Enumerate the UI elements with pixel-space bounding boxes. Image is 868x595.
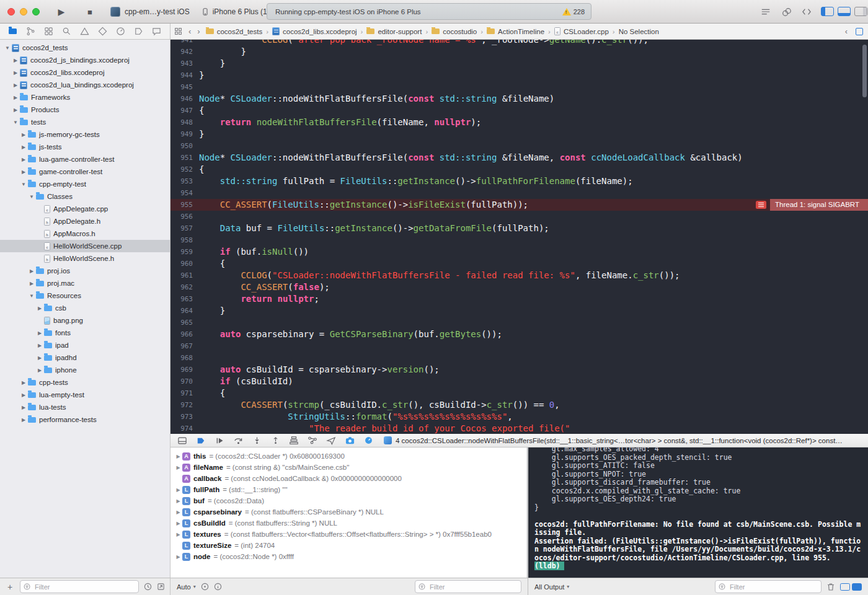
- disclosure-icon[interactable]: ▶: [12, 107, 19, 113]
- code-line[interactable]: 949}: [170, 128, 868, 140]
- disclosure-icon[interactable]: ▶: [12, 58, 19, 63]
- nav-item[interactable]: ▶lua-tests: [0, 401, 170, 413]
- editor-assistant-button[interactable]: [778, 6, 794, 18]
- console-filter-input[interactable]: [728, 583, 818, 591]
- code-line[interactable]: 968: [170, 352, 868, 364]
- nav-item[interactable]: ▶proj.mac: [0, 277, 170, 289]
- line-number[interactable]: 972: [170, 399, 199, 411]
- code-line[interactable]: 955 CC_ASSERT(FileUtils::getInstance()->…: [170, 199, 868, 211]
- variable-row[interactable]: ▶Lbuf= (cocos2d::Data): [170, 495, 527, 506]
- code-line[interactable]: 953 std::string fullPath = FileUtils::ge…: [170, 175, 868, 187]
- stack-frame-selector[interactable]: 4 cocos2d::CSLoader::nodeWithFlatBuffers…: [384, 436, 868, 444]
- code-line[interactable]: 972 CCASSERT(strcmp(_csBuildID.c_str(), …: [170, 399, 868, 411]
- code-line[interactable]: 946Node* CSLoader::nodeWithFlatBuffersFi…: [170, 93, 868, 105]
- scheme-selector[interactable]: cpp-em…y-test iOS iPhone 6 Plus (10.3.1): [110, 0, 286, 24]
- variables-filter-field[interactable]: [415, 580, 521, 593]
- line-number[interactable]: 950: [170, 140, 199, 152]
- gpu-frame-capture-button[interactable]: [344, 436, 355, 446]
- line-number[interactable]: 968: [170, 352, 199, 364]
- window-close-button[interactable]: [7, 8, 15, 15]
- simulate-location-button[interactable]: [326, 436, 337, 446]
- toggle-navigator-button[interactable]: [821, 7, 834, 16]
- disclosure-icon[interactable]: ▶: [20, 392, 27, 398]
- variable-row[interactable]: ▶Lnode= (cocos2d::Node *) 0xffff: [170, 551, 527, 562]
- nav-item[interactable]: ▼cpp-empty-test: [0, 178, 170, 190]
- variable-row[interactable]: ▶LcsBuildId= (const flatbuffers::String …: [170, 518, 527, 529]
- line-number[interactable]: 965: [170, 317, 199, 328]
- nav-item[interactable]: ▶Frameworks: [0, 91, 170, 104]
- nav-item[interactable]: ▼cocos2d_tests: [0, 42, 170, 54]
- disclosure-icon[interactable]: ▼: [12, 120, 19, 125]
- line-number[interactable]: 959: [170, 246, 199, 258]
- editor-version-button[interactable]: [799, 6, 815, 18]
- variable-row[interactable]: ▶LfullPath= (std::__1::string) "": [170, 484, 527, 495]
- code-line[interactable]: 958: [170, 234, 868, 246]
- error-annotation[interactable]: Thread 1: signal SIGABRT: [756, 199, 868, 211]
- line-number[interactable]: 961: [170, 270, 199, 281]
- nav-item[interactable]: ▶fonts: [0, 327, 170, 339]
- nav-item[interactable]: ▶Products: [0, 104, 170, 116]
- source-editor[interactable]: 941 CCLOG("after pop back _rootNode name…: [170, 40, 868, 434]
- nav-item[interactable]: cAppDelegate.cpp: [0, 203, 170, 215]
- line-number[interactable]: 946: [170, 93, 199, 105]
- line-number[interactable]: 964: [170, 305, 199, 317]
- related-items-button[interactable]: [174, 27, 182, 35]
- navigator-filter-input[interactable]: [33, 583, 135, 591]
- nav-item[interactable]: ▶cocos2d_lua_bindings.xcodeproj: [0, 79, 170, 91]
- disclosure-icon[interactable]: ▼: [28, 194, 35, 200]
- variables-filter-input[interactable]: [428, 583, 518, 591]
- code-line[interactable]: 973 StringUtils::format("%s%s%s%s%s%s%s%…: [170, 411, 868, 423]
- disclosure-icon[interactable]: ▼: [28, 293, 35, 299]
- line-number[interactable]: 953: [170, 175, 199, 187]
- code-line[interactable]: 943 }: [170, 58, 868, 69]
- disclosure-icon[interactable]: ▶: [12, 82, 19, 88]
- line-number[interactable]: 949: [170, 128, 199, 140]
- nav-item[interactable]: ▶csb: [0, 302, 170, 314]
- energy-gauge-button[interactable]: [363, 436, 374, 446]
- source-control-navigator-tab[interactable]: [25, 27, 35, 37]
- add-button[interactable]: +: [5, 582, 15, 592]
- breakpoint-navigator-tab[interactable]: [133, 27, 143, 37]
- continue-button[interactable]: [214, 436, 225, 446]
- step-out-button[interactable]: [270, 436, 281, 446]
- disclosure-icon[interactable]: ▶: [36, 330, 43, 336]
- code-line[interactable]: 941 CCLOG("after pop back _rootNode name…: [170, 40, 868, 46]
- disclosure-icon[interactable]: ▶: [28, 281, 35, 286]
- memory-graph-button[interactable]: [307, 436, 318, 446]
- disclosure-icon[interactable]: ▼: [4, 45, 11, 51]
- code-line[interactable]: 947{: [170, 105, 868, 117]
- disclosure-icon[interactable]: ▶: [175, 454, 182, 459]
- breadcrumb-item[interactable]: editor-support: [366, 28, 422, 35]
- breadcrumb-item[interactable]: ActionTimeline: [487, 28, 544, 35]
- disclosure-icon[interactable]: ▶: [175, 498, 182, 504]
- line-number[interactable]: 969: [170, 364, 199, 376]
- disclosure-icon[interactable]: ▶: [175, 465, 182, 470]
- nav-item[interactable]: ▶js-tests: [0, 141, 170, 153]
- nav-item[interactable]: ▶lua-empty-test: [0, 389, 170, 401]
- line-number[interactable]: 974: [170, 423, 199, 434]
- code-line[interactable]: 954: [170, 187, 868, 199]
- line-number[interactable]: 945: [170, 81, 199, 93]
- line-number[interactable]: 971: [170, 387, 199, 399]
- warning-counter[interactable]: ! 228: [562, 4, 585, 19]
- nav-item[interactable]: hAppMacros.h: [0, 227, 170, 240]
- disclosure-icon[interactable]: ▶: [12, 95, 19, 100]
- line-number[interactable]: 963: [170, 293, 199, 305]
- window-zoom-button[interactable]: [32, 8, 40, 15]
- disclosure-icon[interactable]: ▶: [20, 144, 27, 150]
- disclosure-icon[interactable]: ▶: [20, 380, 27, 386]
- nav-item[interactable]: ▶iphone: [0, 364, 170, 376]
- code-line[interactable]: 956: [170, 211, 868, 223]
- line-number[interactable]: 966: [170, 328, 199, 340]
- variable-row[interactable]: Acallback= (const ccNodeLoadCallback &) …: [170, 473, 527, 484]
- clear-console-button[interactable]: [826, 583, 835, 591]
- disclosure-icon[interactable]: ▶: [20, 157, 27, 162]
- disclosure-icon[interactable]: ▶: [20, 405, 27, 410]
- disclosure-icon[interactable]: ▶: [175, 554, 182, 560]
- disclosure-icon[interactable]: ▶: [28, 268, 35, 274]
- nav-item[interactable]: hHelloWorldScene.h: [0, 252, 170, 265]
- disclosure-icon[interactable]: ▶: [175, 532, 182, 537]
- line-number[interactable]: 956: [170, 211, 199, 223]
- toggle-utilities-button[interactable]: [854, 7, 867, 16]
- counterpart-chevron-icon[interactable]: ‹: [845, 27, 848, 36]
